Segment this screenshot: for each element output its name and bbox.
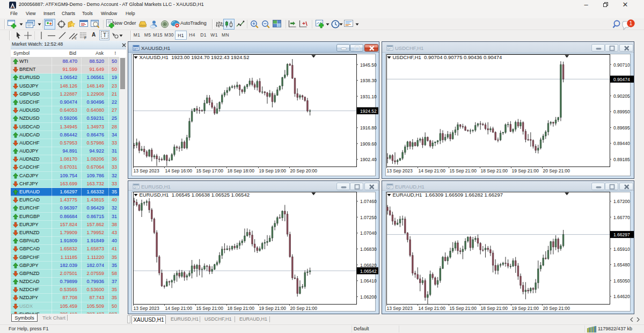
svg-text:15 Sep 21:00: 15 Sep 21:00 (196, 306, 224, 311)
svg-text:1.06410: 1.06410 (360, 278, 377, 284)
svg-text:1.66770: 1.66770 (613, 215, 630, 220)
svg-text:USDCHF,H1 0.90704 0.90775 0.9: USDCHF,H1 0.90704 0.90775 0.90436 0.9047… (393, 54, 502, 60)
svg-text:18 Sep 21:00: 18 Sep 21:00 (481, 306, 508, 311)
svg-text:1.65910: 1.65910 (613, 247, 630, 252)
svg-text:1.07460: 1.07460 (360, 199, 377, 204)
svg-text:EURUSD,H1 1.06545 1.06638 1.0: EURUSD,H1 1.06545 1.06638 1.06525 1.0654… (140, 192, 250, 198)
svg-text:0.90205: 0.90205 (613, 93, 630, 99)
svg-text:c: c (75, 36, 77, 40)
svg-text:18 Sep 21:00: 18 Sep 21:00 (481, 168, 508, 173)
svg-text:T: T (103, 32, 106, 38)
svg-text:20 Sep 21:00: 20 Sep 21:00 (290, 306, 318, 311)
svg-text:13 Sep 2023: 13 Sep 2023 (134, 306, 159, 311)
svg-text:14 Sep 16:00: 14 Sep 16:00 (165, 168, 193, 173)
svg-text:13 Sep 2023: 13 Sep 2023 (387, 306, 413, 311)
svg-text:0.89695: 0.89695 (613, 125, 630, 131)
svg-text:0.89440: 0.89440 (613, 141, 630, 146)
svg-text:1.06830: 1.06830 (360, 247, 377, 252)
svg-text:1.65480: 1.65480 (613, 262, 630, 267)
svg-text:1924.52: 1924.52 (360, 108, 377, 114)
svg-text:18 Sep 21:00: 18 Sep 21:00 (228, 306, 255, 311)
svg-text:1916.80: 1916.80 (360, 125, 377, 131)
svg-text:20 Sep 21:00: 20 Sep 21:00 (543, 306, 570, 311)
svg-text:18 Sep 18:00: 18 Sep 18:00 (228, 168, 255, 173)
svg-text:20 Sep 21:00: 20 Sep 21:00 (543, 168, 570, 173)
svg-text:1.67200: 1.67200 (613, 199, 630, 204)
svg-text:13 Sep 2023: 13 Sep 2023 (134, 168, 159, 173)
svg-text:20 Sep 20:00: 20 Sep 20:00 (290, 168, 318, 173)
svg-text:15 Sep 21:00: 15 Sep 21:00 (450, 306, 477, 311)
svg-text:0.90474: 0.90474 (613, 77, 630, 82)
svg-text:0.90710: 0.90710 (613, 62, 630, 68)
svg-text:14 Sep 21:00: 14 Sep 21:00 (419, 168, 446, 173)
svg-text:1945.50: 1945.50 (360, 62, 377, 68)
svg-text:1.07250: 1.07250 (360, 215, 377, 220)
svg-text:1.07040: 1.07040 (360, 230, 377, 236)
svg-text:0.89185: 0.89185 (613, 157, 630, 162)
svg-text:1.06620: 1.06620 (360, 263, 377, 268)
svg-text:19 Sep 19:00: 19 Sep 19:00 (259, 168, 287, 173)
svg-text:EURAUD,H1 1.66309 1.66509 1.6: EURAUD,H1 1.66309 1.66509 1.66282 1.6629… (393, 192, 503, 198)
svg-text:19 Sep 21:00: 19 Sep 21:00 (259, 306, 287, 311)
svg-text:1.65050: 1.65050 (613, 278, 630, 284)
svg-text:1931.10: 1931.10 (360, 94, 377, 99)
svg-text:1938.30: 1938.30 (360, 78, 377, 83)
svg-text:1: 1 (630, 20, 633, 26)
svg-text:1.66297: 1.66297 (613, 232, 630, 237)
svg-text:14 Sep 21:00: 14 Sep 21:00 (165, 306, 193, 311)
svg-text:1902.40: 1902.40 (360, 157, 377, 162)
svg-text:1.64620: 1.64620 (613, 294, 630, 299)
svg-text:19 Sep 21:00: 19 Sep 21:00 (512, 306, 539, 311)
svg-text:0.89950: 0.89950 (613, 109, 630, 114)
svg-text:1.06200: 1.06200 (360, 294, 377, 300)
svg-text:1909.60: 1909.60 (360, 141, 377, 147)
svg-text:XAUUSD,H1 1923.00 1924.70 192: XAUUSD,H1 1923.00 1924.70 1922.43 1924.5… (140, 54, 250, 60)
svg-text:F: F (84, 36, 86, 40)
svg-text:14 Sep 21:00: 14 Sep 21:00 (419, 306, 446, 311)
svg-text:13 Sep 2023: 13 Sep 2023 (387, 168, 413, 173)
svg-text:1.06542: 1.06542 (360, 269, 377, 274)
svg-text:19 Sep 21:00: 19 Sep 21:00 (512, 168, 539, 173)
svg-text:15 Sep 17:00: 15 Sep 17:00 (196, 168, 224, 173)
svg-text:15 Sep 21:00: 15 Sep 21:00 (450, 168, 477, 173)
